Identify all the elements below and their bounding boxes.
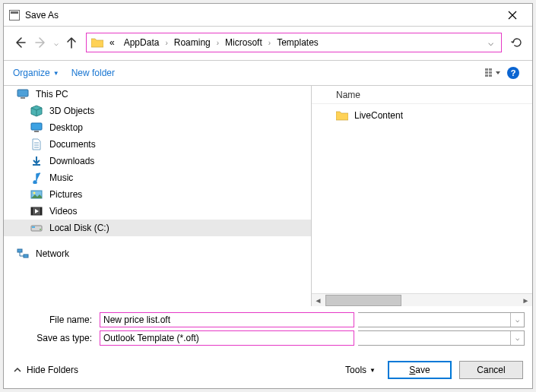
tools-button[interactable]: Tools ▼ (341, 362, 380, 378)
svg-rect-6 (485, 74, 488, 77)
scroll-left-button[interactable]: ◄ (312, 294, 325, 307)
view-options-button[interactable] (484, 63, 503, 83)
save-as-type-field-ext[interactable]: ⌵ (358, 330, 525, 346)
tree-item-label: This PC (36, 89, 68, 100)
folder-icon (336, 110, 348, 121)
tools-label: Tools (345, 365, 366, 375)
file-name-row: File name: ⌵ (11, 312, 525, 327)
save-button[interactable]: Save (388, 361, 452, 379)
breadcrumb-part-templates[interactable]: Templates (272, 33, 323, 52)
svg-rect-10 (31, 123, 42, 130)
horizontal-scrollbar[interactable]: ◄ ► (312, 293, 532, 306)
svg-rect-1 (11, 11, 18, 14)
close-button[interactable] (497, 4, 528, 27)
new-folder-button[interactable]: New folder (65, 65, 121, 81)
nav-history-dropdown[interactable]: ⌵ (54, 39, 59, 47)
music-icon (30, 171, 43, 185)
nav-back-button[interactable] (11, 34, 28, 51)
tree-item-downloads[interactable]: Downloads (4, 153, 311, 169)
folder-tree[interactable]: This PC 3D Objects Desktop Documents Dow… (4, 86, 312, 306)
breadcrumb[interactable]: « AppData › Roaming › Microsoft › Templa… (86, 33, 502, 52)
cube-icon (30, 104, 43, 118)
save-label: Save (409, 365, 430, 375)
breadcrumb-part-microsoft[interactable]: Microsoft (220, 33, 267, 52)
chevron-down-icon[interactable]: ⌵ (510, 331, 524, 345)
tree-item-network[interactable]: Network (4, 245, 311, 262)
arrow-left-icon (13, 36, 27, 49)
view-details-icon (485, 67, 502, 79)
help-icon: ? (507, 67, 519, 79)
file-item-label: LiveContent (354, 110, 403, 121)
file-name-field[interactable] (100, 312, 354, 327)
tree-item-desktop[interactable]: Desktop (4, 119, 311, 136)
tree-item-this-pc[interactable]: This PC (4, 86, 311, 103)
svg-rect-8 (17, 90, 28, 96)
save-as-type-field[interactable]: Outlook Template (*.oft) (100, 330, 354, 346)
new-folder-label: New folder (71, 68, 115, 78)
save-as-type-row: Save as type: Outlook Template (*.oft) ⌵ (11, 330, 525, 346)
pc-icon (16, 87, 30, 101)
refresh-icon (511, 36, 523, 49)
svg-rect-17 (31, 207, 33, 215)
tree-item-documents[interactable]: Documents (4, 136, 311, 153)
chevron-down-icon: ▼ (369, 367, 376, 374)
videos-icon (30, 204, 43, 218)
arrow-up-icon (65, 36, 78, 49)
tree-item-local-disk[interactable]: Local Disk (C:) (4, 220, 311, 236)
tree-item-videos[interactable]: Videos (4, 203, 311, 220)
breadcrumb-dropdown[interactable]: ⌵ (484, 37, 498, 48)
svg-rect-20 (32, 226, 35, 228)
network-icon (16, 247, 30, 261)
folder-icon (91, 37, 103, 48)
svg-rect-5 (489, 71, 492, 74)
chevron-down-icon: ▼ (53, 70, 59, 77)
nav-forward-button[interactable] (33, 34, 49, 51)
inputs-area: File name: ⌵ Save as type: Outlook Templ… (4, 306, 532, 352)
breadcrumb-part-roaming[interactable]: Roaming (170, 33, 215, 52)
tree-item-music[interactable]: Music (4, 169, 311, 186)
help-button[interactable]: ? (503, 63, 523, 83)
file-list[interactable]: LiveContent (312, 104, 532, 293)
tree-item-label: 3D Objects (49, 106, 94, 116)
save-as-dialog: Save As ⌵ « AppData › Roaming (3, 3, 533, 389)
tree-item-label: Local Disk (C:) (49, 223, 109, 233)
desktop-icon (30, 121, 43, 134)
scroll-track[interactable] (325, 294, 519, 307)
svg-point-21 (40, 229, 41, 230)
titlebar: Save As (4, 4, 532, 27)
list-item[interactable]: LiveContent (312, 107, 532, 124)
svg-rect-23 (24, 254, 28, 258)
scroll-thumb[interactable] (325, 295, 401, 306)
svg-rect-18 (40, 207, 42, 215)
breadcrumb-part-appdata[interactable]: AppData (119, 33, 164, 52)
scroll-right-button[interactable]: ► (519, 294, 532, 307)
hide-folders-button[interactable]: Hide Folders (13, 365, 78, 375)
organize-button[interactable]: Organize ▼ (7, 65, 65, 81)
tree-item-label: Desktop (49, 122, 83, 133)
file-name-field-ext[interactable]: ⌵ (358, 312, 525, 327)
nav-row: ⌵ « AppData › Roaming › Microsoft › Temp… (4, 27, 532, 60)
app-icon (8, 9, 21, 21)
svg-rect-7 (489, 74, 492, 77)
toolbar: Organize ▼ New folder ? (4, 60, 532, 86)
nav-up-button[interactable] (63, 34, 80, 51)
refresh-button[interactable] (508, 33, 526, 52)
tree-item-3d-objects[interactable]: 3D Objects (4, 103, 311, 119)
column-header-name[interactable]: Name (312, 86, 532, 104)
chevron-right-icon: › (215, 39, 220, 47)
svg-rect-4 (485, 71, 488, 74)
chevron-up-icon (13, 365, 22, 375)
breadcrumb-overflow[interactable]: « (105, 33, 119, 52)
cancel-button[interactable]: Cancel (459, 361, 523, 379)
pictures-icon (30, 188, 43, 201)
chevron-down-icon[interactable]: ⌵ (510, 313, 524, 327)
arrow-right-icon (34, 36, 48, 49)
file-name-input[interactable] (100, 315, 354, 325)
svg-rect-12 (34, 131, 39, 132)
svg-rect-13 (33, 164, 40, 166)
tree-item-pictures[interactable]: Pictures (4, 186, 311, 203)
save-as-type-value: Outlook Template (*.oft) (100, 333, 354, 343)
tree-item-label: Network (36, 248, 69, 259)
svg-rect-2 (485, 68, 488, 71)
files-pane: Name LiveContent ◄ ► (312, 86, 532, 306)
